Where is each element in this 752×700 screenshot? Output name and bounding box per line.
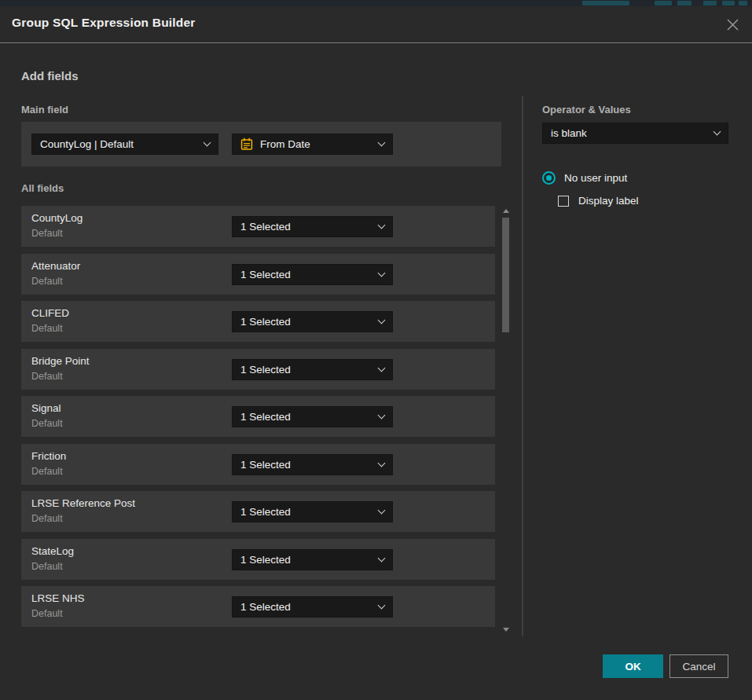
chevron-down-icon xyxy=(713,128,721,136)
field-row: Friction Default 1 Selected xyxy=(21,444,495,485)
display-label-checkbox[interactable]: Display label xyxy=(558,195,639,207)
all-fields-label: All fields xyxy=(21,182,64,194)
chevron-down-icon xyxy=(378,459,386,467)
field-selected-value: 1 Selected xyxy=(240,269,372,280)
all-fields-list: CountyLog Default 1 Selected Attenuator … xyxy=(21,206,495,627)
field-row: CountyLog Default 1 Selected xyxy=(21,206,495,247)
scrollbar-down-arrow-icon[interactable] xyxy=(503,628,509,632)
field-row: Bridge Point Default 1 Selected xyxy=(21,349,495,390)
field-subtitle: Default xyxy=(31,608,63,619)
background-app-button xyxy=(722,1,735,5)
no-user-input-radio[interactable]: No user input xyxy=(542,171,627,185)
field-selected-dropdown[interactable]: 1 Selected xyxy=(232,549,393,570)
cancel-button[interactable]: Cancel xyxy=(669,654,728,678)
field-subtitle: Default xyxy=(31,513,63,524)
calendar-icon xyxy=(240,137,253,151)
field-subtitle: Default xyxy=(31,466,63,477)
field-selected-value: 1 Selected xyxy=(240,459,372,471)
field-selected-dropdown[interactable]: 1 Selected xyxy=(232,311,393,332)
scrollbar-thumb[interactable] xyxy=(502,218,509,332)
ok-button[interactable]: OK xyxy=(603,654,663,678)
field-subtitle: Default xyxy=(31,418,63,429)
screen: Group SQL Expression Builder Add fields … xyxy=(0,0,752,700)
chevron-down-icon xyxy=(378,222,386,229)
field-selected-value: 1 Selected xyxy=(240,554,372,566)
main-field-layer-value: CountyLog | Default xyxy=(40,138,198,150)
panel-divider xyxy=(522,96,523,636)
scrollbar-up-arrow-icon[interactable] xyxy=(503,209,509,213)
operator-values-label: Operator & Values xyxy=(542,104,631,115)
background-app-button xyxy=(677,1,691,5)
chevron-down-icon xyxy=(204,139,211,147)
chevron-down-icon xyxy=(378,507,386,515)
field-row: StateLog Default 1 Selected xyxy=(21,539,495,580)
main-field-label: Main field xyxy=(21,104,68,115)
background-app-button xyxy=(703,1,717,5)
field-selected-dropdown[interactable]: 1 Selected xyxy=(232,216,393,237)
main-field-panel: CountyLog | Default From Date xyxy=(21,122,501,167)
chevron-down-icon xyxy=(378,269,386,277)
field-subtitle: Default xyxy=(31,561,63,572)
chevron-down-icon xyxy=(378,139,386,147)
close-button[interactable] xyxy=(724,16,741,33)
display-label-text: Display label xyxy=(578,195,639,207)
field-selected-dropdown[interactable]: 1 Selected xyxy=(232,264,393,285)
chevron-down-icon xyxy=(378,364,386,372)
field-selected-dropdown[interactable]: 1 Selected xyxy=(232,501,393,522)
field-subtitle: Default xyxy=(31,371,63,382)
main-field-field-dropdown[interactable]: From Date xyxy=(232,134,393,155)
field-name: CountyLog xyxy=(31,212,83,224)
operator-dropdown[interactable]: is blank xyxy=(542,123,728,144)
chevron-down-icon xyxy=(378,602,386,610)
field-name: Signal xyxy=(31,402,61,414)
background-app-toolbar xyxy=(0,0,752,6)
field-selected-value: 1 Selected xyxy=(240,601,372,613)
background-app-button xyxy=(582,1,629,5)
no-user-input-label: No user input xyxy=(564,172,627,184)
field-row: Attenuator Default 1 Selected xyxy=(21,254,495,295)
chevron-down-icon xyxy=(378,554,386,562)
field-row: Signal Default 1 Selected xyxy=(21,396,495,437)
field-selected-value: 1 Selected xyxy=(240,364,372,376)
main-field-field-value: From Date xyxy=(260,138,372,150)
field-row: CLIFED Default 1 Selected xyxy=(21,301,495,342)
field-selected-dropdown[interactable]: 1 Selected xyxy=(232,596,393,618)
field-selected-dropdown[interactable]: 1 Selected xyxy=(232,359,393,380)
field-name: LRSE NHS xyxy=(31,592,85,604)
group-sql-expression-builder-dialog: Group SQL Expression Builder Add fields … xyxy=(0,6,752,700)
field-row: LRSE NHS Default 1 Selected xyxy=(21,586,495,627)
field-name: Bridge Point xyxy=(31,355,90,367)
field-selected-value: 1 Selected xyxy=(240,221,372,233)
chevron-down-icon xyxy=(378,317,386,324)
field-subtitle: Default xyxy=(31,276,63,287)
close-icon xyxy=(726,18,739,31)
field-selected-dropdown[interactable]: 1 Selected xyxy=(232,454,393,475)
background-app-button xyxy=(655,1,672,5)
chevron-down-icon xyxy=(378,412,386,420)
dialog-title: Group SQL Expression Builder xyxy=(12,16,196,30)
field-name: CLIFED xyxy=(31,307,69,319)
field-selected-value: 1 Selected xyxy=(240,411,372,423)
field-selected-value: 1 Selected xyxy=(240,316,372,328)
field-selected-dropdown[interactable]: 1 Selected xyxy=(232,406,393,427)
field-name: Attenuator xyxy=(31,260,80,272)
all-fields-scrollbar[interactable] xyxy=(501,206,512,635)
field-name: LRSE Reference Post xyxy=(31,497,135,509)
main-field-layer-dropdown[interactable]: CountyLog | Default xyxy=(31,134,218,155)
background-app-button xyxy=(739,1,747,5)
field-name: Friction xyxy=(31,450,66,462)
add-fields-heading: Add fields xyxy=(21,69,79,82)
field-row: LRSE Reference Post Default 1 Selected xyxy=(21,491,495,532)
dialog-titlebar: Group SQL Expression Builder xyxy=(0,6,752,43)
field-subtitle: Default xyxy=(31,228,63,239)
operator-value: is blank xyxy=(551,127,708,139)
checkbox-unchecked-icon xyxy=(558,196,569,207)
radio-selected-icon xyxy=(542,171,556,185)
field-subtitle: Default xyxy=(31,323,63,334)
field-selected-value: 1 Selected xyxy=(240,506,372,518)
field-name: StateLog xyxy=(31,545,74,557)
